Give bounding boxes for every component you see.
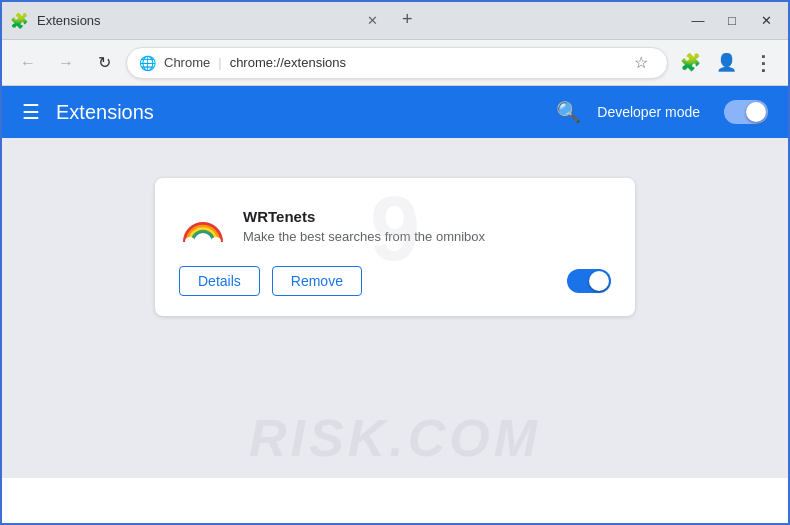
extension-enable-toggle[interactable] xyxy=(567,269,611,293)
extensions-header: ☰ Extensions 🔍 Developer mode xyxy=(2,86,788,138)
svg-point-1 xyxy=(185,237,195,245)
tab-close-btn[interactable]: ✕ xyxy=(363,12,381,30)
address-actions: ☆ xyxy=(627,49,655,77)
extensions-toolbar-icon[interactable]: 🧩 xyxy=(674,47,706,79)
chrome-label: Chrome xyxy=(164,55,210,70)
extensions-content: 9 xyxy=(2,138,788,478)
hamburger-menu-icon[interactable]: ☰ xyxy=(22,100,40,124)
extension-info: WRTenets Make the best searches from the… xyxy=(243,208,485,244)
details-button[interactable]: Details xyxy=(179,266,260,296)
address-bar-row: ← → ↻ 🌐 Chrome | chrome://extensions ☆ 🧩… xyxy=(2,40,788,86)
back-btn[interactable]: ← xyxy=(12,47,44,79)
minimize-btn[interactable]: — xyxy=(684,7,712,35)
menu-icon[interactable]: ⋮ xyxy=(746,47,778,79)
search-icon[interactable]: 🔍 xyxy=(556,100,581,124)
star-icon[interactable]: ☆ xyxy=(627,49,655,77)
address-separator: | xyxy=(218,55,221,70)
address-box[interactable]: 🌐 Chrome | chrome://extensions ☆ xyxy=(126,47,668,79)
rainbow-icon xyxy=(181,204,225,248)
forward-btn[interactable]: → xyxy=(50,47,82,79)
title-bar: 🧩 Extensions ✕ + — □ ✕ xyxy=(2,2,788,40)
new-tab-btn[interactable]: + xyxy=(393,6,421,34)
toggle-knob xyxy=(746,102,766,122)
address-url: chrome://extensions xyxy=(230,55,346,70)
developer-mode-label: Developer mode xyxy=(597,104,700,120)
extension-toggle-knob xyxy=(589,271,609,291)
extension-description: Make the best searches from the omnibox xyxy=(243,229,485,244)
toolbar-icons: 🧩 👤 ⋮ xyxy=(674,47,778,79)
extension-name: WRTenets xyxy=(243,208,485,225)
developer-mode-toggle[interactable] xyxy=(724,100,768,124)
remove-button[interactable]: Remove xyxy=(272,266,362,296)
globe-icon: 🌐 xyxy=(139,55,156,71)
account-icon[interactable]: 👤 xyxy=(710,47,742,79)
refresh-btn[interactable]: ↻ xyxy=(88,47,120,79)
extension-card-footer: Details Remove xyxy=(179,266,611,296)
extensions-page-title: Extensions xyxy=(56,101,540,124)
watermark-text: RISK.COM xyxy=(249,408,541,468)
close-btn[interactable]: ✕ xyxy=(752,7,780,35)
maximize-btn[interactable]: □ xyxy=(718,7,746,35)
svg-point-2 xyxy=(211,237,221,245)
extension-card: WRTenets Make the best searches from the… xyxy=(155,178,635,316)
title-bar-title: Extensions xyxy=(37,13,101,28)
tab-icon: 🧩 xyxy=(10,12,29,30)
extension-card-header: WRTenets Make the best searches from the… xyxy=(179,202,611,250)
window-controls: — □ ✕ xyxy=(684,7,780,35)
extension-logo xyxy=(179,202,227,250)
